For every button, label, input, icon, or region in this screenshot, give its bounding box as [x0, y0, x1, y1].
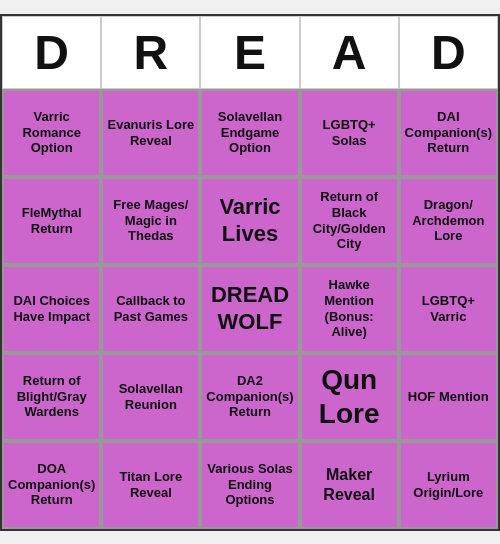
bingo-cell[interactable]: Return of Black City/Golden City — [300, 177, 399, 265]
bingo-cell[interactable]: FleMythal Return — [2, 177, 101, 265]
bingo-card: DREAD Varric Romance OptionEvanuris Lore… — [0, 14, 500, 531]
bingo-cell[interactable]: Varric Romance Option — [2, 89, 101, 177]
bingo-cell[interactable]: Evanuris Lore Reveal — [101, 89, 200, 177]
bingo-cell[interactable]: Free Mages/ Magic in Thedas — [101, 177, 200, 265]
bingo-cell[interactable]: DA2 Companion(s) Return — [200, 353, 299, 441]
bingo-cell[interactable]: Varric Lives — [200, 177, 299, 265]
bingo-cell[interactable]: Solavellan Reunion — [101, 353, 200, 441]
bingo-cell[interactable]: DOA Companion(s) Return — [2, 441, 101, 529]
bingo-cell[interactable]: Return of Blight/Gray Wardens — [2, 353, 101, 441]
bingo-cell[interactable]: Hawke Mention (Bonus: Alive) — [300, 265, 399, 353]
bingo-grid: Varric Romance OptionEvanuris Lore Revea… — [2, 89, 498, 529]
bingo-cell[interactable]: Callback to Past Games — [101, 265, 200, 353]
bingo-cell[interactable]: HOF Mention — [399, 353, 498, 441]
bingo-header: DREAD — [2, 16, 498, 89]
bingo-cell[interactable]: Solavellan Endgame Option — [200, 89, 299, 177]
bingo-cell[interactable]: LGBTQ+ Solas — [300, 89, 399, 177]
header-letter: D — [399, 16, 498, 89]
header-letter: R — [101, 16, 200, 89]
bingo-cell[interactable]: Dragon/ Archdemon Lore — [399, 177, 498, 265]
bingo-cell[interactable]: Qun Lore — [300, 353, 399, 441]
header-letter: A — [300, 16, 399, 89]
bingo-cell[interactable]: Lyrium Origin/Lore — [399, 441, 498, 529]
bingo-cell[interactable]: Maker Reveal — [300, 441, 399, 529]
bingo-cell[interactable]: DAI Choices Have Impact — [2, 265, 101, 353]
bingo-cell[interactable]: LGBTQ+ Varric — [399, 265, 498, 353]
bingo-cell[interactable]: DAI Companion(s) Return — [399, 89, 498, 177]
bingo-cell[interactable]: DREAD WOLF — [200, 265, 299, 353]
bingo-cell[interactable]: Various Solas Ending Options — [200, 441, 299, 529]
header-letter: D — [2, 16, 101, 89]
bingo-cell[interactable]: Titan Lore Reveal — [101, 441, 200, 529]
header-letter: E — [200, 16, 299, 89]
